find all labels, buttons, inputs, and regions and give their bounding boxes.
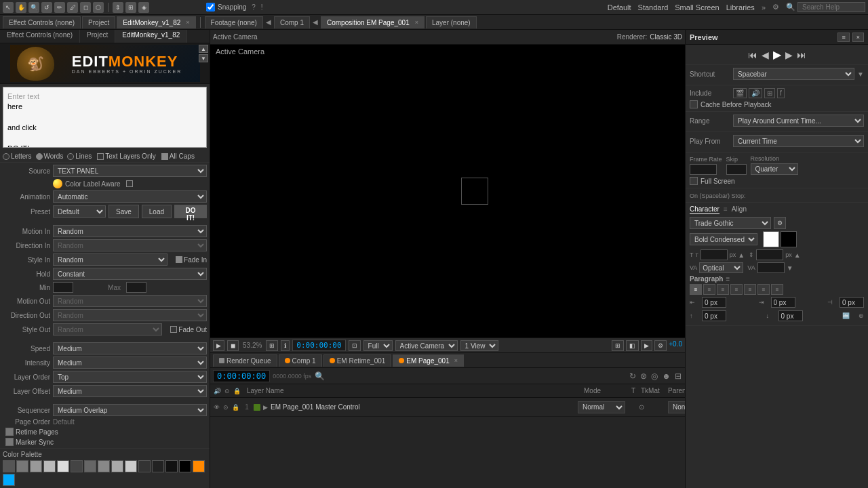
tool-11[interactable]: ◈ — [138, 2, 149, 13]
tl-tab-em-retime[interactable]: EM Retime_001 — [323, 354, 392, 367]
source-select[interactable]: TEXT PANEL — [53, 165, 207, 177]
doit-button[interactable]: DO IT! — [174, 205, 207, 218]
style-in-select[interactable]: Random — [53, 253, 167, 266]
pb-next-frame[interactable]: ▶ — [785, 49, 793, 60]
swatch-13[interactable] — [165, 460, 178, 472]
include-overflow-icon[interactable]: ⊞ — [764, 88, 775, 98]
fade-in-option[interactable]: Fade In — [176, 256, 207, 264]
preview-close-btn[interactable]: × — [852, 33, 864, 42]
paragraph-menu-icon[interactable]: ≡ — [726, 275, 730, 283]
swatch-6[interactable] — [71, 460, 83, 472]
tab-editmonkey[interactable]: EditMonkey_v1_82 × — [117, 16, 195, 28]
viewer-ctrl-2[interactable]: ◼ — [227, 340, 239, 351]
font-size-stepper[interactable]: ▲ — [738, 251, 745, 259]
swatch-15[interactable] — [193, 460, 205, 472]
swatch-16[interactable] — [3, 474, 15, 486]
pb-skip-left[interactable]: ⏮ — [748, 49, 757, 60]
font-family-select[interactable]: Trade Gothic — [690, 217, 771, 229]
radio-lines[interactable]: Lines — [67, 152, 92, 160]
close-editmonkey-icon[interactable]: × — [186, 19, 189, 26]
viewer-views-select[interactable]: 1 View — [460, 340, 498, 351]
timeline-timecode[interactable]: 0:00:00:00 — [213, 370, 270, 382]
intensity-select[interactable]: Medium — [53, 357, 207, 369]
tl-lock-btn[interactable]: 🔒 — [233, 388, 241, 394]
tool-8[interactable]: ⬡ — [93, 2, 104, 13]
swatch-4[interactable] — [43, 460, 56, 472]
tool-2[interactable]: ✋ — [16, 2, 26, 13]
tool-9[interactable]: ⇕ — [113, 2, 123, 13]
para-justify-left[interactable]: ≡ — [730, 284, 743, 295]
renderer-value[interactable]: Classic 3D — [650, 33, 682, 41]
panel-resize-up[interactable]: ▲ — [199, 45, 208, 53]
cache-before-checkbox[interactable] — [690, 100, 698, 108]
indent-right-input[interactable] — [771, 297, 795, 308]
retime-pages-option[interactable]: Retime Pages — [5, 428, 207, 436]
tracking-val-input[interactable]: -2 — [757, 262, 785, 273]
preview-popout-btn[interactable]: ≡ — [837, 33, 849, 42]
tool-10[interactable]: ⊞ — [125, 2, 136, 13]
sequencer-select[interactable]: Medium Overlap — [53, 404, 207, 416]
comp-nav-arrow[interactable]: ◀ — [264, 18, 273, 26]
tl-tab-render-queue[interactable]: Render Queue — [213, 354, 277, 367]
fade-out-option[interactable]: Fade Out — [170, 326, 207, 333]
viewer-ctrl-1[interactable]: ▶ — [213, 340, 224, 351]
leading-stepper[interactable]: ▲ — [794, 251, 801, 259]
hold-select[interactable]: Constant — [53, 268, 207, 280]
load-button[interactable]: Load — [142, 205, 172, 218]
snapping-checkbox[interactable] — [206, 3, 215, 12]
color-label-checkbox[interactable] — [126, 180, 133, 187]
speed-select[interactable]: Medium — [53, 342, 207, 354]
tool-3[interactable]: 🔍 — [28, 2, 39, 13]
tab-footage[interactable]: Footage (none) — [205, 16, 263, 28]
swatch-8[interactable] — [98, 460, 110, 472]
para-justify-all[interactable]: ≡ — [771, 284, 783, 295]
radio-words[interactable]: Words — [36, 152, 64, 160]
direction-in-select[interactable]: Random — [53, 239, 207, 251]
swatch-5[interactable] — [57, 460, 69, 472]
text-layers-only-option[interactable]: Text Layers Only — [97, 152, 155, 160]
swatch-3[interactable] — [30, 460, 42, 472]
motion-in-select[interactable]: Random — [53, 225, 207, 237]
tab-project[interactable]: Project — [82, 16, 115, 28]
include-audio-icon[interactable]: 🔊 — [749, 88, 762, 98]
resolution-select[interactable]: Quarter — [751, 163, 798, 175]
viewer-settings-btn[interactable]: ⚙ — [654, 340, 667, 351]
workspace-libraries[interactable]: Libraries — [726, 3, 755, 12]
viewer-grid-btn[interactable]: ⊞ — [612, 340, 624, 351]
tl-layer-mode-select[interactable]: Normal — [578, 401, 625, 413]
tracking-stepper[interactable]: ▼ — [787, 264, 793, 272]
workspace-standard[interactable]: Standard — [638, 3, 669, 12]
panel-resize-down[interactable]: ▼ — [199, 54, 208, 62]
all-caps-checkbox[interactable] — [161, 153, 168, 160]
viewer-timecode[interactable]: 0:00:00:00 — [292, 340, 345, 351]
min-input[interactable]: 15 — [53, 282, 73, 293]
indent-left-input[interactable] — [702, 297, 726, 308]
tl-tab-comp1[interactable]: Comp 1 — [279, 354, 322, 367]
framerate-input[interactable]: 29.97 — [690, 164, 717, 175]
snapping-info[interactable]: ! — [261, 3, 263, 11]
leading-input[interactable]: 147 — [756, 249, 783, 260]
tool-1[interactable]: ↖ — [3, 2, 14, 13]
close-em-page-icon[interactable]: × — [415, 19, 418, 26]
swatch-14[interactable] — [179, 460, 191, 472]
space-after-input[interactable] — [778, 310, 803, 321]
max-input[interactable] — [126, 282, 146, 293]
lpt-effect-controls[interactable]: Effect Controls (none) — [0, 30, 80, 43]
font-settings-btn[interactable]: ⚙ — [774, 217, 786, 229]
include-fx-icon[interactable]: f — [777, 88, 785, 98]
space-before-input[interactable] — [702, 310, 726, 321]
tool-5[interactable]: ✏ — [54, 2, 65, 13]
tl-tab-em-page[interactable]: EM Page_001 × — [393, 354, 464, 367]
range-select[interactable]: Play Around Current Time... — [733, 115, 864, 127]
viewer-camera-select[interactable]: Active Camera — [395, 340, 458, 351]
font-style-select[interactable]: Bold Condensed ... — [690, 233, 757, 245]
pb-skip-right[interactable]: ⏭ — [797, 49, 806, 60]
workspace-small[interactable]: Small Screen — [675, 3, 719, 12]
tl-shy-btn[interactable]: ☻ — [661, 371, 671, 382]
tab-comp1-viewer[interactable]: Comp 1 — [274, 16, 310, 28]
font-fill-color[interactable] — [763, 231, 779, 247]
swatch-2[interactable] — [16, 460, 28, 472]
workspace-default[interactable]: Default — [608, 3, 631, 12]
tab-layer[interactable]: Layer (none) — [426, 16, 477, 28]
composer-btn[interactable]: ⊛ — [859, 312, 864, 319]
